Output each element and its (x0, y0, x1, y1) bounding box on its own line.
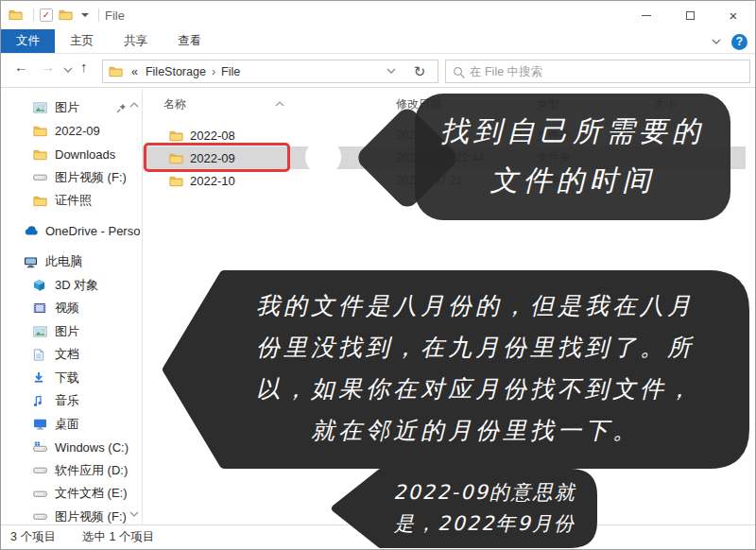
column-header-type[interactable]: 类型 (537, 96, 559, 112)
sidebar-item-pictures-quick[interactable]: 图片 (1, 96, 142, 120)
breadcrumb-current[interactable]: File (221, 65, 240, 78)
sidebar-item-documents[interactable]: 文档 (1, 343, 142, 367)
sidebar-item-label: 桌面 (55, 416, 79, 433)
sidebar-item-downloads-quick[interactable]: Downloads (1, 143, 142, 166)
sidebar-item-this-pc[interactable]: 此电脑 (1, 250, 142, 274)
sidebar-item-id-photos[interactable]: 证件照 (1, 189, 142, 213)
sidebar-item-drive-f[interactable]: 图片视频 (F:) (1, 506, 142, 527)
sidebar-item-label: 音乐 (55, 392, 79, 409)
file-row-2022-10[interactable]: 2022-102022/10/7 21:文件夹 (143, 169, 746, 192)
quick-access-toolbar-dropdown-icon[interactable] (81, 13, 89, 17)
ribbon-tab-查看[interactable]: 查看 (163, 29, 216, 53)
desktop-icon (33, 418, 49, 430)
sidebar-item-onedrive[interactable]: OneDrive - Perso (1, 220, 142, 244)
main-area: 图片2022-09Downloads图片视频 (F:)证件照OneDrive -… (1, 89, 755, 526)
sidebar-item-label: 证件照 (55, 192, 92, 209)
document-icon (33, 349, 49, 361)
music-icon (33, 395, 49, 407)
window-controls: × (625, 1, 755, 29)
titlebar-divider (98, 9, 99, 22)
window-folder-icon (9, 9, 24, 22)
folder-icon (169, 175, 184, 187)
folder-icon (33, 125, 49, 137)
download-icon (33, 371, 49, 384)
sidebar-item-music[interactable]: 音乐 (1, 389, 142, 413)
ribbon-tab-共享[interactable]: 共享 (109, 29, 163, 53)
forward-button[interactable]: → (41, 59, 55, 75)
maximize-icon (686, 11, 695, 20)
address-folder-icon (109, 65, 124, 78)
search-input[interactable] (470, 65, 742, 78)
collapse-ribbon-icon[interactable] (711, 38, 722, 45)
sidebar-item-3d-objects[interactable]: 3D 对象 (1, 274, 142, 298)
file-date-modified: 2022/10/10 22:44 (396, 151, 484, 164)
up-button[interactable]: ↑ (80, 59, 88, 75)
selected-count: 选中 1 个项目 (82, 529, 154, 545)
cube-icon (33, 279, 49, 291)
navigation-toolbar: ← → ↑ « FileStorage › File ↻ (1, 55, 755, 88)
ribbon-tabs: 文件主页共享查看 ? (1, 29, 755, 54)
titlebar-divider (33, 9, 34, 22)
breadcrumb-chevron[interactable]: « (131, 65, 138, 78)
video-icon (33, 302, 49, 314)
titlebar: ✓ File × (1, 1, 755, 29)
ribbon-tab-主页[interactable]: 主页 (55, 29, 109, 53)
sidebar-item-label: 下载 (55, 370, 79, 387)
maximize-button[interactable] (668, 1, 712, 29)
sidebar-item-videos[interactable]: 视频 (1, 297, 142, 320)
sidebar-item-label: Windows (C:) (55, 440, 129, 455)
sidebar-item-drive-c[interactable]: Windows (C:) (1, 436, 142, 459)
drive-icon (33, 465, 49, 475)
help-icon[interactable]: ? (731, 34, 747, 50)
file-type: 文件夹 (537, 128, 571, 144)
sidebar-item-drive-d[interactable]: 软件应用 (D:) (1, 459, 142, 483)
drive-icon (33, 172, 49, 182)
folder-icon (33, 148, 49, 161)
pictures-icon (33, 102, 49, 113)
search-box[interactable] (445, 60, 750, 83)
ribbon-tab-文件[interactable]: 文件 (1, 29, 55, 53)
sidebar-item-drive-f-quick[interactable]: 图片视频 (F:) (1, 166, 142, 190)
column-header-size[interactable]: 大小 (629, 96, 677, 112)
sidebar-item-drive-e[interactable]: 文件文档 (E:) (1, 482, 142, 506)
column-header-name[interactable]: 名称 (163, 96, 186, 112)
file-type: 文件夹 (537, 173, 571, 189)
column-header-date[interactable]: 修改日期 (396, 96, 441, 112)
file-type: 文件夹 (537, 150, 571, 166)
file-explorer-window: ✓ File × 文件主页共享查看 ? ← → ↑ « FileSt (0, 0, 756, 550)
address-dropdown-icon[interactable] (387, 68, 396, 75)
search-icon (454, 67, 462, 76)
close-button[interactable]: × (712, 1, 755, 29)
file-list-pane: 名称 修改日期 类型 大小 2022-08202文件夹2022-092022/1… (143, 89, 755, 526)
sidebar-item-label: OneDrive - Perso (45, 224, 140, 238)
navigation-pane: 图片2022-09Downloads图片视频 (F:)证件照OneDrive -… (1, 89, 143, 526)
back-button[interactable]: ← (14, 59, 28, 75)
quick-access-properties-icon[interactable]: ✓ (40, 9, 53, 22)
sidebar-item-label: 图片 (55, 99, 79, 116)
refresh-button[interactable]: ↻ (402, 60, 438, 83)
sidebar-item-pictures[interactable]: 图片 (1, 320, 142, 344)
sidebar-item-label: 此电脑 (45, 253, 82, 270)
sidebar-item-desktop[interactable]: 桌面 (1, 413, 142, 437)
sort-ascending-icon[interactable] (275, 94, 284, 111)
folder-icon (169, 129, 184, 142)
sidebar-item-label: 图片 (55, 323, 79, 340)
minimize-icon (642, 15, 651, 16)
file-date-modified: 202 (396, 129, 415, 142)
minimize-button[interactable] (625, 1, 668, 29)
address-bar[interactable]: « FileStorage › File (102, 60, 403, 83)
sidebar-item-label: 文件文档 (E:) (55, 485, 128, 502)
recent-locations-icon[interactable] (63, 67, 73, 74)
sidebar-item-label: 2022-09 (55, 124, 100, 138)
file-date-modified: 2022/10/7 21: (396, 174, 465, 187)
quick-access-new-folder-icon[interactable] (59, 9, 74, 22)
pin-icon (116, 102, 127, 116)
breadcrumb-root[interactable]: FileStorage (146, 65, 206, 78)
file-name: 2022-10 (190, 174, 235, 188)
breadcrumb-separator: › (212, 65, 215, 78)
drive-icon (33, 489, 49, 499)
sidebar-item-2022-09[interactable]: 2022-09 (1, 120, 142, 144)
pictures-icon (33, 326, 49, 337)
sidebar-item-downloads[interactable]: 下载 (1, 367, 142, 390)
pc-icon (24, 256, 40, 268)
